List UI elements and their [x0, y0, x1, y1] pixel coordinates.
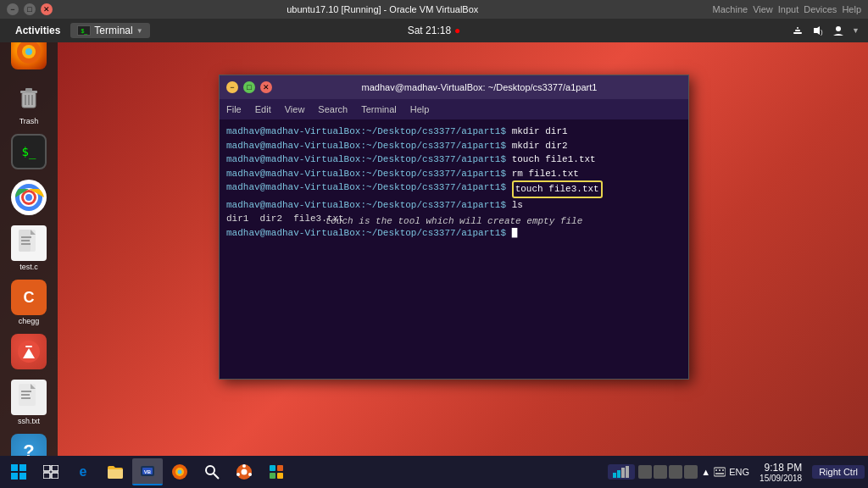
- terminal-menu-terminal[interactable]: Terminal: [361, 104, 397, 114]
- settings-dropdown-arrow[interactable]: ▼: [852, 26, 860, 35]
- prompt-4: madhav@madhav-VirtualBox:~/Desktop/cs337…: [226, 167, 506, 181]
- annotation: touch is the tool which will create empt…: [326, 214, 583, 229]
- terminal-line-2: madhav@madhav-VirtualBox:~/Desktop/cs337…: [226, 139, 682, 153]
- top-bar-right: ) ▼: [791, 24, 860, 37]
- chegg-icon: C: [11, 280, 47, 315]
- search-taskbar-icon: [204, 464, 220, 480]
- appstore-icon: [11, 334, 47, 369]
- terminal-maximize-btn[interactable]: □: [243, 81, 255, 93]
- top-bar-clock[interactable]: Sat 21:18 ●: [408, 25, 461, 36]
- virtualbox-taskbar-btn[interactable]: VB: [132, 458, 163, 485]
- svg-point-5: [836, 26, 841, 31]
- windows-logo-icon: [10, 463, 27, 480]
- sidebar-item-appstore[interactable]: [0, 330, 58, 374]
- extra-icon-1: [268, 463, 285, 480]
- prompt-5: madhav@madhav-VirtualBox:~/Desktop/cs337…: [226, 180, 506, 198]
- vbox-maximize-btn[interactable]: □: [24, 3, 36, 15]
- svg-point-63: [242, 469, 248, 475]
- svg-rect-0: [793, 32, 802, 34]
- start-button[interactable]: [3, 458, 34, 485]
- terminal-minimize-btn[interactable]: −: [226, 81, 238, 93]
- sshtxt-label: ssh.txt: [18, 417, 40, 425]
- extra-btn-1[interactable]: [261, 458, 292, 485]
- network-tray-icon: [613, 466, 630, 478]
- vbox-menu-machine[interactable]: Machine: [713, 4, 748, 14]
- sidebar-item-sshtxt[interactable]: ssh.txt: [0, 376, 58, 429]
- vbox-menu-help[interactable]: Help: [842, 4, 861, 14]
- desktop: − □ ✕ ubuntu17.10 [Running] - Oracle VM …: [0, 0, 868, 488]
- terminal-line-6: madhav@madhav-VirtualBox:~/Desktop/cs337…: [226, 198, 682, 213]
- sidebar-item-trash[interactable]: Trash: [0, 76, 58, 129]
- vbox-close-btn[interactable]: ✕: [41, 3, 53, 15]
- search-taskbar-btn[interactable]: [197, 458, 227, 485]
- svg-rect-79: [715, 473, 724, 474]
- svg-rect-31: [21, 394, 30, 396]
- svg-text:): ): [821, 28, 823, 36]
- network-icon: [791, 24, 804, 37]
- svg-rect-75: [714, 468, 726, 476]
- sidebar-item-testc[interactable]: test.c: [0, 222, 58, 274]
- right-ctrl-indicator[interactable]: Right Ctrl: [812, 465, 865, 479]
- svg-point-65: [248, 473, 252, 476]
- terminal-menu-help[interactable]: Help: [410, 104, 430, 114]
- sidebar-item-terminal[interactable]: $_: [0, 130, 58, 175]
- terminal-line-4: madhav@madhav-VirtualBox:~/Desktop/cs337…: [226, 167, 682, 181]
- svg-rect-70: [277, 473, 283, 479]
- terminal-menu-view[interactable]: View: [285, 104, 305, 114]
- ubuntu-taskbar-btn[interactable]: [229, 458, 259, 485]
- file-explorer-icon: [107, 464, 124, 480]
- svg-point-8: [25, 48, 32, 55]
- file-explorer-button[interactable]: [100, 458, 131, 485]
- svg-point-59: [178, 470, 182, 474]
- terminal-menu-search[interactable]: Search: [318, 104, 348, 114]
- terminal-body[interactable]: madhav@madhav-VirtualBox:~/Desktop/cs337…: [220, 119, 688, 245]
- prompt-1: madhav@madhav-VirtualBox:~/Desktop/cs337…: [226, 125, 506, 139]
- terminal-menu-file[interactable]: File: [226, 104, 242, 114]
- terminal-close-btn[interactable]: ✕: [260, 81, 272, 93]
- top-bar-left: Activities $_ Terminal ▼: [8, 23, 150, 38]
- tray-right-icons: ENG: [714, 466, 749, 478]
- svg-rect-73: [621, 468, 625, 478]
- svg-rect-74: [626, 466, 629, 478]
- svg-point-64: [242, 464, 246, 468]
- svg-rect-51: [52, 465, 58, 471]
- tray-icon-1: [638, 465, 652, 479]
- terminal-indicator[interactable]: $_ Terminal ▼: [70, 23, 149, 38]
- svg-rect-68: [277, 465, 283, 471]
- terminal-dock-icon: $_: [11, 134, 47, 169]
- vbox-title: ubuntu17.10 [Running] - Oracle VM Virtua…: [58, 4, 708, 14]
- task-view-button[interactable]: [36, 458, 66, 485]
- cmd-4: rm file1.txt: [506, 167, 579, 181]
- sidebar-item-chromium[interactable]: [0, 176, 58, 220]
- testc-label: test.c: [19, 263, 38, 271]
- testc-icon: [11, 225, 47, 261]
- svg-rect-23: [21, 240, 30, 241]
- tray-icon-3: [669, 465, 682, 479]
- show-hidden-icons[interactable]: ▲: [701, 467, 710, 477]
- system-tray: ▲ ENG 9:18 PM 15/09/2018 Right Ctrl: [608, 462, 865, 483]
- trash-svg: [14, 82, 44, 113]
- svg-rect-32: [21, 397, 31, 399]
- svg-marker-3: [814, 26, 820, 35]
- vbox-minimize-btn[interactable]: −: [7, 3, 19, 15]
- network-indicator: [608, 464, 635, 480]
- firefox-taskbar-btn[interactable]: [164, 458, 195, 485]
- terminal-line-1: madhav@madhav-VirtualBox:~/Desktop/cs337…: [226, 125, 682, 139]
- testc-svg: [17, 230, 41, 257]
- sshtxt-svg: [17, 384, 41, 411]
- svg-point-18: [25, 194, 32, 201]
- sidebar-item-chegg[interactable]: C chegg: [0, 276, 58, 329]
- prompt-3: madhav@madhav-VirtualBox:~/Desktop/cs337…: [226, 152, 506, 167]
- svg-point-60: [206, 466, 214, 474]
- terminal-dropdown-arrow[interactable]: ▼: [136, 27, 143, 35]
- vbox-menu-input[interactable]: Input: [778, 4, 798, 14]
- terminal-menu-edit[interactable]: Edit: [255, 104, 271, 114]
- appstore-svg: [17, 340, 41, 363]
- system-clock[interactable]: 9:18 PM 15/09/2018: [753, 462, 809, 483]
- vbox-menu-view[interactable]: View: [753, 4, 773, 14]
- edge-button[interactable]: e: [68, 458, 98, 485]
- terminal-title: madhav@madhav-VirtualBox: ~/Desktop/cs33…: [277, 82, 682, 92]
- svg-text:VB: VB: [144, 469, 152, 474]
- vbox-menu-devices[interactable]: Devices: [804, 4, 837, 14]
- activities-button[interactable]: Activities: [8, 23, 67, 38]
